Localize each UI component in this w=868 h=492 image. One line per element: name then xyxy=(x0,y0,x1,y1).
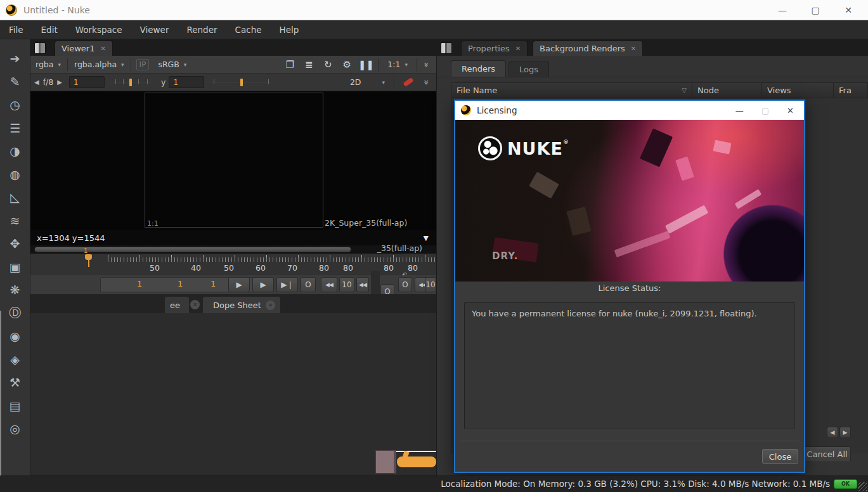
frame-field[interactable]: 1 xyxy=(211,279,216,288)
gain-field[interactable]: 1 xyxy=(69,76,105,88)
tab-viewer1[interactable]: Viewer1 ✕ xyxy=(55,41,113,56)
draw-icon[interactable]: ✎ xyxy=(4,70,26,94)
viewer-node[interactable] xyxy=(397,456,436,467)
view-mode-dropdown[interactable]: 2D ▾ xyxy=(345,77,390,87)
color-icon[interactable]: ◑ xyxy=(4,139,26,163)
channels-dropdown[interactable]: rgba ▾ xyxy=(30,60,66,69)
merge-icon[interactable]: ≋ xyxy=(4,209,26,233)
ruler-number: 80 xyxy=(319,263,329,273)
menu-workspace[interactable]: Workspace xyxy=(67,25,131,35)
maximize-button[interactable]: ▢ xyxy=(808,5,822,15)
gamma-slider[interactable] xyxy=(211,78,272,87)
ruler-number: 80 xyxy=(384,263,394,273)
collapse-chevrons-icon[interactable]: » xyxy=(422,77,432,88)
close-tab-icon[interactable]: ✕ xyxy=(100,45,105,52)
subtab-renders[interactable]: Renders xyxy=(451,60,506,77)
zoom-dropdown[interactable]: 1:1 ▾ xyxy=(382,60,413,69)
increment-field[interactable]: 10 xyxy=(425,277,436,292)
sort-icon[interactable]: ▽ xyxy=(682,87,687,94)
deep-icon[interactable]: Ⓓ xyxy=(4,302,26,325)
column-views[interactable]: Views xyxy=(762,83,834,98)
cancel-all-button[interactable]: Cancel All xyxy=(803,446,851,462)
pane-menu-icon[interactable] xyxy=(34,42,46,54)
horizontal-scrollbar[interactable] xyxy=(34,247,351,252)
play-button[interactable]: ▶ xyxy=(228,277,250,292)
pane-menu-icon[interactable] xyxy=(441,42,452,54)
other-icon[interactable]: ▤ xyxy=(4,394,26,418)
frame-field[interactable]: 1 xyxy=(178,279,183,288)
loop-o-button[interactable]: O xyxy=(398,277,412,292)
menu-edit[interactable]: Edit xyxy=(32,25,67,35)
skip-end-button[interactable]: ▶❘ xyxy=(276,277,298,292)
pause-icon[interactable]: ❚❚ xyxy=(358,59,374,70)
node-toolbar: ➔ ✎ ◷ ☰ ◑ ◍ ◺ ≋ ✥ ▣ ❋ Ⓓ ◉ ◈ ⚒ ▤ ◎ xyxy=(0,39,30,476)
rewind-button[interactable]: ◀◀ xyxy=(321,277,337,292)
subtab-logs[interactable]: Logs xyxy=(508,62,549,77)
particles-icon[interactable]: ❋ xyxy=(4,278,26,302)
scroll-left-button[interactable]: ◀ xyxy=(827,427,838,438)
node-graph[interactable] xyxy=(30,313,436,476)
tab-properties[interactable]: Properties ✕ xyxy=(461,41,528,56)
viewer-lut-dropdown[interactable]: sRGB ▾ xyxy=(153,60,191,69)
close-tab-icon[interactable]: ✕ xyxy=(515,45,521,52)
tab-dope-sheet[interactable]: Dope Sheet ✕ xyxy=(203,297,280,313)
image-icon[interactable]: ➔ xyxy=(4,47,26,70)
menu-render[interactable]: Render xyxy=(178,25,226,35)
tab-background-renders[interactable]: Background Renders ✕ xyxy=(533,41,643,56)
increment-field[interactable]: 10 xyxy=(339,277,354,292)
rewind-button[interactable]: ◀◀ xyxy=(356,277,369,292)
input-process-button[interactable]: IP xyxy=(136,59,150,70)
close-dialog-button[interactable]: Close xyxy=(762,449,798,464)
menu-file[interactable]: File xyxy=(0,25,32,35)
minimize-button[interactable]: — xyxy=(775,5,789,15)
info-dropdown-icon[interactable]: ▼ xyxy=(424,234,429,242)
keyer-icon[interactable]: ◺ xyxy=(4,186,26,209)
dope-sheet-label: Dope Sheet xyxy=(213,301,261,310)
column-frames[interactable]: Fra xyxy=(834,83,867,98)
gain-slider[interactable] xyxy=(112,78,151,87)
display-window-icon[interactable]: ❐ xyxy=(282,59,298,70)
close-tab-icon[interactable]: ✕ xyxy=(631,45,636,52)
dialog-close-button[interactable]: ✕ xyxy=(787,106,794,115)
play-all-button[interactable]: ▶ xyxy=(252,277,274,292)
scroll-right-button[interactable]: ▶ xyxy=(839,427,851,438)
transform-icon[interactable]: ✥ xyxy=(4,232,26,256)
slider-handle[interactable] xyxy=(240,79,243,86)
close-button[interactable]: ✕ xyxy=(841,5,855,15)
prev-aperture-icon[interactable]: ◀ xyxy=(30,79,43,86)
filter-icon[interactable]: ◍ xyxy=(4,163,26,186)
column-file-name[interactable]: File Name ▽ xyxy=(451,83,692,98)
status-ok-badge: OK xyxy=(834,479,857,489)
close-tab-icon[interactable]: ✕ xyxy=(266,301,275,310)
layer-dropdown[interactable]: rgba.alpha ▾ xyxy=(69,60,129,69)
frame-field[interactable]: 1 xyxy=(137,279,142,288)
read-node[interactable] xyxy=(375,450,396,474)
time-icon[interactable]: ◷ xyxy=(4,93,26,117)
roi-brush-icon[interactable] xyxy=(403,77,413,87)
stack-rows-icon[interactable]: ≣ xyxy=(301,59,317,70)
dialog-minimize-button[interactable]: — xyxy=(735,106,744,115)
views-icon[interactable]: ◉ xyxy=(4,325,26,348)
nuke-logo-icon xyxy=(478,136,502,160)
collapse-chevrons-icon[interactable]: » xyxy=(422,59,432,70)
viewer-canvas[interactable]: 1:1 2K_Super_35(full-ap) xyxy=(30,91,436,230)
column-node[interactable]: Node xyxy=(692,83,762,98)
tab-fragment[interactable]: ee xyxy=(165,297,189,313)
menu-cache[interactable]: Cache xyxy=(226,25,271,35)
gear-icon[interactable]: ⚙ xyxy=(339,59,355,70)
close-tab-icon[interactable]: ✕ xyxy=(190,300,200,309)
menu-help[interactable]: Help xyxy=(271,25,308,35)
toolsets-icon[interactable]: ⚒ xyxy=(4,371,26,394)
menu-viewer[interactable]: Viewer xyxy=(131,25,178,35)
channel-icon[interactable]: ☰ xyxy=(4,117,26,140)
slider-handle[interactable] xyxy=(129,79,132,86)
next-aperture-icon[interactable]: ▶ xyxy=(53,79,66,86)
gamma-field[interactable]: 1 xyxy=(169,76,204,88)
refresh-icon[interactable]: ↻ xyxy=(320,59,336,70)
ofx-icon[interactable]: ◎ xyxy=(4,417,26,441)
resize-grip-icon[interactable] xyxy=(858,482,867,491)
loop-o-button[interactable]: O xyxy=(301,277,316,292)
metadata-icon[interactable]: ◈ xyxy=(4,348,26,372)
3d-icon[interactable]: ▣ xyxy=(4,256,26,279)
gain-value: 1 xyxy=(74,78,79,87)
